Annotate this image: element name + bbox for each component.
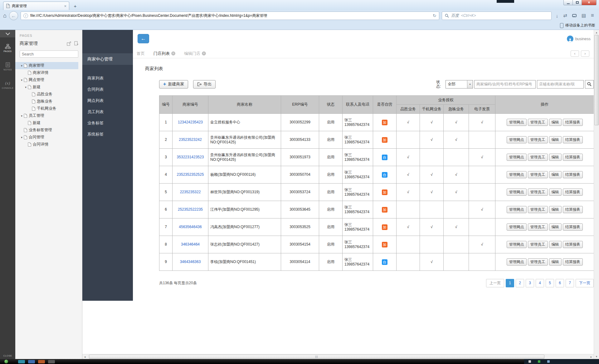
row-action-button[interactable]: 结算报表	[563, 241, 583, 248]
row-action-button[interactable]: 结算报表	[563, 136, 583, 143]
tree-item[interactable]: 商家详情	[15, 69, 78, 76]
rail-notes-button[interactable]: NOTES	[0, 60, 15, 74]
tab-close-icon[interactable]: ×	[202, 51, 206, 55]
merchant-no-link[interactable]: 346346464	[181, 242, 200, 247]
row-action-button[interactable]: 编辑	[549, 189, 562, 196]
pages-search-input[interactable]	[20, 50, 78, 58]
merchant-no-link[interactable]: 3532231423523	[177, 155, 204, 159]
browser-search-box[interactable]: 百度 <Ctrl+K>	[442, 12, 552, 20]
row-action-button[interactable]: 管理员工	[528, 258, 548, 266]
chat-icon[interactable]	[572, 14, 577, 17]
row-action-button[interactable]: 编辑	[549, 136, 562, 143]
sidebar-menu-item[interactable]: 网点列表	[82, 95, 133, 106]
status-select[interactable]: 全部 ▾	[446, 80, 473, 89]
collapse-panel-button[interactable]	[0, 30, 15, 37]
page-number-button[interactable]: 5	[546, 279, 554, 287]
browser-tab[interactable]: 商家管理 ×	[3, 2, 69, 10]
share-page-icon[interactable]	[67, 41, 71, 46]
tree-item[interactable]: ▾ 员工管理	[15, 112, 78, 119]
sync-icon[interactable]: ⇄	[563, 13, 567, 18]
sidebar-menu-item[interactable]: 员工列表	[82, 106, 133, 117]
merchant-no-link[interactable]: 252352522235	[178, 207, 203, 212]
tray-icon[interactable]	[547, 360, 550, 363]
content-tab[interactable]: 首页	[137, 51, 145, 56]
horizontal-scroll-thumb[interactable]	[89, 355, 544, 359]
row-action-button[interactable]: 管理网点	[507, 258, 527, 266]
rail-console-button[interactable]: (x) CONSOLE	[0, 78, 15, 92]
merchant-code-input[interactable]	[474, 80, 536, 89]
home-icon[interactable]: ⌂	[3, 12, 7, 19]
row-action-button[interactable]: 编辑	[549, 241, 562, 248]
row-action-button[interactable]: 编辑	[549, 206, 562, 213]
vertical-scroll-track[interactable]	[594, 35, 599, 354]
new-merchant-button[interactable]: + 新建商家	[159, 80, 188, 89]
taskbar-icon[interactable]	[28, 360, 35, 363]
row-action-button[interactable]: 管理员工	[528, 154, 548, 161]
sidebar-menu-item[interactable]: 商家列表	[82, 73, 133, 84]
content-tab[interactable]: 编辑门店×	[184, 51, 206, 56]
rail-pages-button[interactable]: PAGES	[0, 41, 15, 55]
tabs-prev-button[interactable]: ‹	[571, 50, 579, 57]
add-page-icon[interactable]	[74, 41, 78, 46]
taskbar-icon[interactable]	[18, 360, 25, 363]
tree-item[interactable]: 急唤业务	[15, 98, 78, 105]
page-number-button[interactable]: 3	[526, 279, 534, 287]
page-number-button[interactable]: 6	[556, 279, 564, 287]
row-action-button[interactable]: 管理网点	[507, 171, 527, 178]
window-close-button[interactable]: ×	[582, 0, 597, 5]
window-minimize-button[interactable]	[563, 0, 573, 5]
search-button[interactable]	[585, 80, 594, 89]
page-number-button[interactable]: 7	[566, 279, 574, 287]
tree-expand-icon[interactable]: ▾	[20, 114, 24, 117]
tree-expand-icon[interactable]: ▾	[20, 64, 24, 67]
page-number-button[interactable]: 1	[506, 279, 514, 287]
store-name-input[interactable]	[537, 80, 584, 89]
row-action-button[interactable]: 管理网点	[507, 241, 527, 248]
merchant-no-link[interactable]: 123424235423	[178, 120, 203, 124]
row-action-button[interactable]: 管理网点	[507, 223, 527, 231]
merchant-no-link[interactable]: 2352352352525	[177, 172, 204, 177]
scroll-left-icon[interactable]: ◂	[82, 354, 87, 359]
row-action-button[interactable]: 编辑	[549, 258, 562, 266]
menu-icon[interactable]: ≡	[591, 12, 594, 19]
sidebar-menu-item[interactable]: 系统标签	[82, 129, 133, 140]
tab-close-icon[interactable]: ×	[64, 4, 66, 8]
tree-item[interactable]: ▾ 新建	[15, 84, 78, 91]
tree-item[interactable]: 千机网业务	[15, 105, 78, 112]
row-action-button[interactable]: 管理员工	[528, 171, 548, 178]
tabs-next-button[interactable]: ›	[581, 50, 589, 57]
row-action-button[interactable]: 结算报表	[563, 206, 583, 213]
back-button[interactable]: ←	[9, 11, 18, 20]
row-action-button[interactable]: 管理网点	[507, 189, 527, 196]
merchant-no-link[interactable]: 45635646436	[179, 225, 202, 229]
next-page-button[interactable]: 下一页	[576, 279, 594, 287]
horizontal-scrollbar[interactable]: ◂ ▸	[82, 354, 594, 359]
export-button[interactable]: 导出	[193, 80, 216, 89]
row-action-button[interactable]: 结算报表	[563, 223, 583, 231]
vertical-scroll-thumb[interactable]	[594, 35, 599, 125]
tree-item[interactable]: 品胜业务	[15, 91, 78, 98]
row-action-button[interactable]: 编辑	[549, 154, 562, 161]
row-action-button[interactable]: 结算报表	[563, 189, 583, 196]
user-badge[interactable]: business	[567, 36, 591, 42]
tree-expand-icon[interactable]: ▾	[24, 86, 28, 89]
row-action-button[interactable]: 管理网点	[507, 154, 527, 161]
sidebar-menu-item[interactable]: 合同列表	[82, 84, 133, 95]
row-action-button[interactable]: 结算报表	[563, 171, 583, 178]
sidebar-header[interactable]: 商家中心管理	[82, 53, 133, 65]
row-action-button[interactable]: 管理网点	[507, 206, 527, 213]
info-icon[interactable]: i	[23, 13, 28, 18]
tab-close-icon[interactable]: ×	[171, 51, 175, 55]
tree-expand-icon[interactable]: ▾	[20, 136, 24, 139]
merchant-no-link[interactable]: 23523523242	[179, 137, 202, 142]
scroll-up-icon[interactable]: ▴	[594, 30, 599, 35]
horizontal-scroll-track[interactable]	[87, 354, 589, 359]
content-tab[interactable]: 门店列表×	[153, 51, 175, 56]
tree-item[interactable]: 业务标签管理	[15, 127, 78, 134]
window-restore-button[interactable]	[573, 0, 582, 5]
downloads-icon[interactable]: ↓	[556, 13, 558, 18]
row-action-button[interactable]: 管理网点	[507, 119, 527, 126]
start-button[interactable]	[4, 360, 8, 363]
prev-page-button[interactable]: 上一页	[486, 279, 504, 287]
tree-item[interactable]: ▾ 商家管理	[15, 62, 78, 69]
